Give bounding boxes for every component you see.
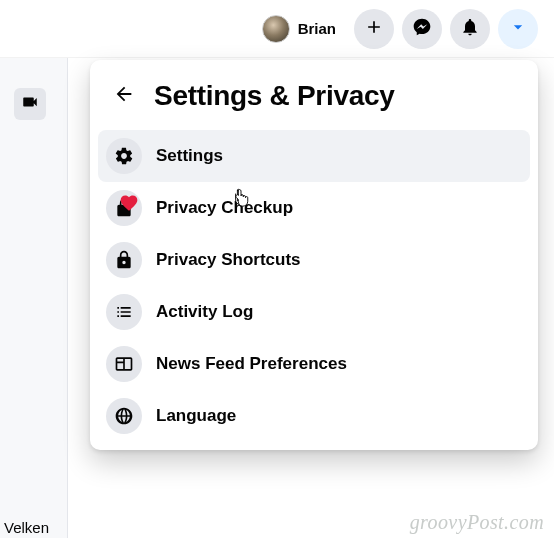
video-room-button[interactable]: [14, 88, 46, 120]
arrow-left-icon: [113, 83, 135, 109]
messenger-icon: [412, 17, 432, 41]
menu-item-label: News Feed Preferences: [156, 354, 347, 374]
avatar: [262, 15, 290, 43]
create-button[interactable]: [354, 9, 394, 49]
watermark: groovyPost.com: [410, 511, 544, 534]
menu-item-label: Privacy Shortcuts: [156, 250, 301, 270]
profile-chip[interactable]: Brian: [258, 11, 346, 47]
background-text: Velken: [4, 519, 49, 536]
settings-privacy-dropdown: Settings & Privacy Settings Privacy Chec…: [90, 60, 538, 450]
profile-name: Brian: [298, 20, 336, 37]
menu-item-language[interactable]: Language: [98, 390, 530, 442]
lock-icon: [106, 242, 142, 278]
menu-item-settings[interactable]: Settings: [98, 130, 530, 182]
back-button[interactable]: [106, 78, 142, 114]
gear-icon: [106, 138, 142, 174]
plus-icon: [364, 17, 384, 41]
notifications-button[interactable]: [450, 9, 490, 49]
account-menu-button[interactable]: [498, 9, 538, 49]
news-feed-icon: [106, 346, 142, 382]
menu-item-privacy-checkup[interactable]: Privacy Checkup: [98, 182, 530, 234]
menu-item-activity-log[interactable]: Activity Log: [98, 286, 530, 338]
menu-item-label: Language: [156, 406, 236, 426]
list-icon: [106, 294, 142, 330]
top-bar: Brian: [0, 0, 554, 58]
dropdown-title: Settings & Privacy: [154, 80, 394, 112]
menu-item-label: Activity Log: [156, 302, 253, 322]
video-icon: [21, 93, 39, 115]
menu-item-privacy-shortcuts[interactable]: Privacy Shortcuts: [98, 234, 530, 286]
menu-item-label: Privacy Checkup: [156, 198, 293, 218]
caret-down-icon: [508, 17, 528, 41]
dropdown-header: Settings & Privacy: [98, 72, 530, 130]
menu-item-label: Settings: [156, 146, 223, 166]
bell-icon: [460, 17, 480, 41]
left-column: [0, 58, 68, 538]
messenger-button[interactable]: [402, 9, 442, 49]
menu-item-news-feed-preferences[interactable]: News Feed Preferences: [98, 338, 530, 390]
globe-icon: [106, 398, 142, 434]
lock-heart-icon: [106, 190, 142, 226]
